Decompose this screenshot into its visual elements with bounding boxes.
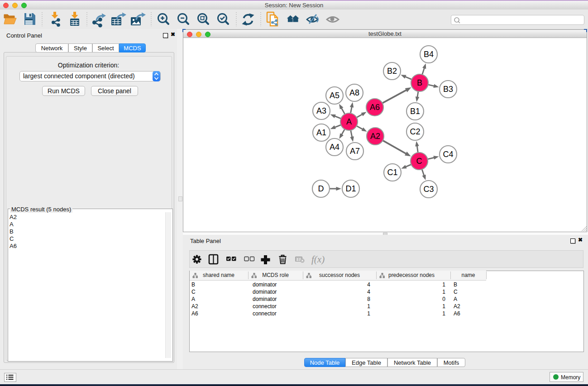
svg-text:C1: C1 bbox=[387, 168, 397, 177]
svg-text:B2: B2 bbox=[387, 67, 397, 76]
svg-text:C3: C3 bbox=[423, 185, 434, 194]
svg-text:A: A bbox=[346, 117, 352, 126]
svg-text:B4: B4 bbox=[424, 50, 434, 59]
svg-text:A8: A8 bbox=[349, 88, 359, 97]
svg-text:D1: D1 bbox=[345, 184, 356, 193]
svg-text:A1: A1 bbox=[316, 128, 326, 137]
svg-text:A5: A5 bbox=[330, 91, 339, 100]
svg-text:A2: A2 bbox=[370, 132, 380, 141]
svg-text:C: C bbox=[416, 157, 422, 166]
svg-text:C4: C4 bbox=[443, 150, 453, 159]
svg-text:A4: A4 bbox=[330, 143, 339, 152]
svg-text:D: D bbox=[318, 184, 324, 193]
svg-text:C2: C2 bbox=[410, 127, 420, 136]
svg-text:A3: A3 bbox=[316, 106, 326, 115]
svg-text:B: B bbox=[417, 78, 422, 87]
svg-text:A6: A6 bbox=[370, 103, 380, 112]
svg-text:B1: B1 bbox=[410, 107, 420, 116]
svg-text:B3: B3 bbox=[443, 85, 453, 94]
svg-text:A7: A7 bbox=[350, 147, 360, 156]
